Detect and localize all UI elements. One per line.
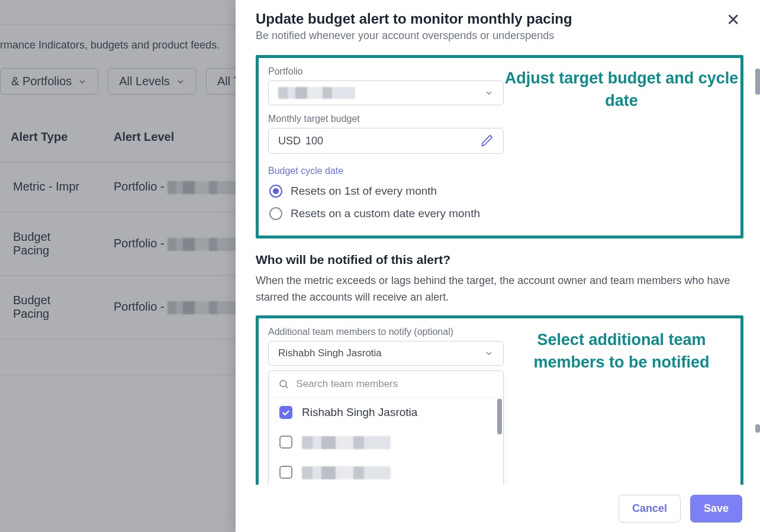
budget-input[interactable]: USD 100 (268, 128, 504, 154)
drawer-footer: Cancel Save (236, 485, 760, 532)
checkbox-icon (279, 466, 292, 479)
team-option[interactable] (269, 427, 503, 457)
radio-icon (269, 185, 282, 198)
scrollbar-thumb[interactable] (497, 399, 502, 434)
team-option[interactable]: Rishabh Singh Jasrotia (269, 398, 503, 427)
team-search-input[interactable] (296, 378, 494, 390)
team-option-label: Rishabh Singh Jasrotia (302, 406, 417, 419)
chevron-down-icon (484, 349, 494, 358)
budget-currency: USD (278, 135, 301, 147)
svg-line-1 (286, 386, 288, 388)
team-dropdown-panel: Rishabh Singh Jasrotia (268, 370, 504, 485)
team-option-label (302, 436, 391, 449)
radio-icon (269, 207, 282, 220)
search-icon (278, 378, 289, 390)
cycle-option-custom[interactable]: Resets on a custom date every month (268, 202, 731, 225)
budget-alert-drawer: Update budget alert to monitor monthly p… (236, 0, 760, 532)
portfolio-select[interactable] (268, 80, 504, 105)
callout-text-budget: Adjust target budget and cycle date (501, 67, 742, 112)
save-button[interactable]: Save (690, 495, 742, 523)
checkbox-icon (279, 436, 292, 449)
team-select[interactable]: Rishabh Singh Jasrotia (268, 341, 504, 366)
cycle-option-first[interactable]: Resets on 1st of every month (268, 180, 731, 202)
budget-label: Monthly target budget (268, 114, 731, 124)
portfolio-value-redacted (278, 87, 355, 99)
close-icon[interactable]: ✕ (723, 11, 743, 30)
drawer-scrollbar[interactable] (755, 424, 760, 433)
callout-text-team: Select additional team members to be not… (501, 329, 742, 374)
cycle-label: Budget cycle date (268, 166, 731, 176)
checkbox-icon (279, 406, 292, 419)
team-options-list: Rishabh Singh Jasrotia (269, 398, 503, 485)
cycle-option-first-label: Resets on 1st of every month (291, 185, 437, 198)
team-label: Additional team members to notify (optio… (268, 327, 504, 337)
budget-settings-callout: Adjust target budget and cycle date Port… (256, 55, 743, 238)
svg-point-0 (280, 381, 286, 387)
team-selected-value: Rishabh Singh Jasrotia (278, 347, 382, 359)
team-members-callout: Select additional team members to be not… (256, 315, 743, 485)
pencil-icon[interactable] (481, 134, 494, 147)
team-option[interactable] (269, 457, 503, 485)
chevron-down-icon (484, 88, 494, 98)
team-search-row (269, 371, 503, 398)
cancel-button[interactable]: Cancel (619, 495, 681, 523)
cycle-option-custom-label: Resets on a custom date every month (291, 207, 480, 220)
notify-heading: Who will be notified of this alert? (256, 253, 743, 267)
team-option-label (302, 466, 391, 479)
drawer-title: Update budget alert to monitor monthly p… (256, 11, 572, 27)
drawer-subtitle: Be notified whenever your account oversp… (256, 30, 572, 42)
notify-description: When the metric exceeds or lags behind t… (256, 273, 743, 306)
budget-value: 100 (305, 135, 323, 147)
drawer-scrollbar[interactable] (755, 69, 760, 95)
